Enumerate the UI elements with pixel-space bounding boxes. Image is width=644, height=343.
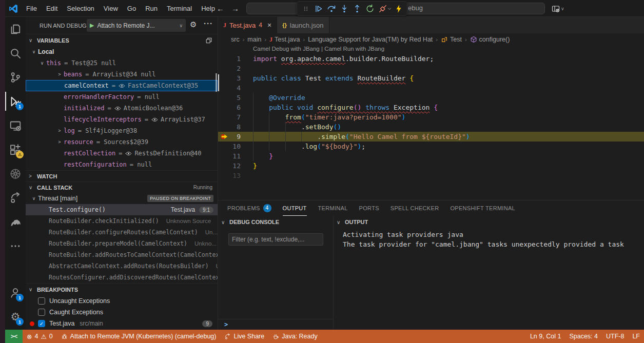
stack-frame-row[interactable]: RouteBuilder.prepareModel(CamelContext)U… xyxy=(26,238,218,249)
breakpoint-row[interactable]: Uncaught Exceptions xyxy=(26,295,218,307)
close-icon[interactable]: × xyxy=(267,21,271,29)
watch-section-header[interactable]: > WATCH xyxy=(26,170,218,181)
search-icon[interactable] xyxy=(5,41,26,65)
files-icon[interactable] xyxy=(5,17,26,41)
breadcrumb-item[interactable]: Language Support for Java(TM) by Red Hat xyxy=(308,36,433,43)
java-status[interactable]: Java: Ready xyxy=(268,330,321,343)
menu-view[interactable]: View xyxy=(99,3,123,15)
remote-explorer-icon[interactable] xyxy=(5,113,26,137)
breadcrumb-item[interactable]: main xyxy=(247,36,261,43)
tab-test-java[interactable]: JTest.java4× xyxy=(218,17,277,33)
eye-icon[interactable] xyxy=(114,105,121,112)
launch-config-picker[interactable]: ▶ Attach to Remote J... ∨ xyxy=(87,19,186,32)
stack-frame-row[interactable]: AbstractCamelContext.addRoutes(RoutesBui… xyxy=(26,260,218,272)
breadcrumb-item[interactable]: Test xyxy=(441,36,462,43)
kubernetes-icon[interactable] xyxy=(5,162,26,186)
stack-frame-row[interactable]: RouteBuilder.addRoutesToCamelContext(Cam… xyxy=(26,249,218,260)
drag-grip-icon[interactable] xyxy=(299,2,312,15)
breakpoints-section-header[interactable]: ∨ BREAKPOINTS xyxy=(26,283,218,295)
breadcrumb-item[interactable]: JTest.java xyxy=(269,36,300,44)
collapse-all-icon[interactable] xyxy=(205,37,212,44)
variables-section-header[interactable]: ∨ VARIABLES xyxy=(26,34,218,46)
chevron-right-icon[interactable]: > xyxy=(55,139,64,145)
breakpoint-checkbox[interactable] xyxy=(38,297,45,305)
gear-icon[interactable]: ⚙ xyxy=(190,20,197,29)
call-stack-section-header[interactable]: ∨ CALL STACK Running xyxy=(26,181,218,193)
chevron-down-icon[interactable]: ∨ xyxy=(38,60,46,66)
stack-frame-row[interactable]: RouteBuilder.checkInitialized()Unknown S… xyxy=(26,215,218,227)
stack-frame-row[interactable]: RoutesConfigurer.addDiscoveredRoutes(Cam… xyxy=(26,272,218,283)
variable-row[interactable]: >resource= Sources$2@39 xyxy=(26,136,218,148)
nav-forward-arrow[interactable]: → xyxy=(231,4,239,13)
chevron-down-icon[interactable]: ∨ xyxy=(561,6,564,11)
eye-icon[interactable] xyxy=(119,83,125,89)
extensions-icon[interactable]: ⚠ xyxy=(5,137,26,162)
variable-row[interactable]: restConfiguration= null xyxy=(26,159,218,170)
variable-row[interactable]: lifecycleInterceptors=ArrayList@37 xyxy=(26,114,218,125)
camel-icon[interactable] xyxy=(5,210,26,234)
panel-tab-openshift-terminal[interactable]: OPENSHIFT TERMINAL xyxy=(450,200,515,216)
chevron-right-icon[interactable]: > xyxy=(55,72,64,77)
start-debug-icon[interactable]: ▶ xyxy=(90,22,94,29)
chevron-down-icon[interactable]: ∨ xyxy=(30,49,38,54)
remote-indicator[interactable]: >< xyxy=(5,330,23,343)
status-utf-8[interactable]: UTF-8 xyxy=(602,330,628,343)
breadcrumb-item[interactable]: configure() xyxy=(470,36,510,43)
run-and-debug-icon[interactable]: 1 xyxy=(5,89,26,113)
chevron-right-icon[interactable]: > xyxy=(55,128,64,133)
codelens-actions[interactable]: Camel Debug with JBang | Camel Run with … xyxy=(218,46,644,54)
panel-tab-output[interactable]: OUTPUT xyxy=(283,200,307,216)
status-lf[interactable]: LF xyxy=(628,330,644,343)
chevron-down-icon[interactable] xyxy=(387,6,392,11)
breakpoint-current-line-icon[interactable] xyxy=(220,132,229,141)
account-icon[interactable]: 1 xyxy=(5,280,26,305)
debug-step-out-icon[interactable] xyxy=(350,2,363,15)
breakpoint-checkbox[interactable]: ✓ xyxy=(38,320,45,327)
debug-continue-icon[interactable] xyxy=(312,2,325,15)
stack-frame-row[interactable]: Test.configure()Test.java9:1 xyxy=(26,204,218,215)
layout-controls[interactable]: ∨ xyxy=(552,0,564,17)
variable-row[interactable]: errorHandlerFactory= null xyxy=(26,91,218,103)
sidebar-scrollbar[interactable] xyxy=(216,73,217,92)
variable-row[interactable]: >log= Slf4jLogger@38 xyxy=(26,125,218,136)
breakpoint-row[interactable]: ✓Test.javasrc/main9 xyxy=(26,318,218,329)
variable-row[interactable]: ∨this= Test@25 null xyxy=(26,57,218,69)
panel-tab-ports[interactable]: PORTS xyxy=(359,200,379,216)
breakpoint-row[interactable]: Caught Exceptions xyxy=(26,307,218,318)
eye-icon[interactable] xyxy=(151,116,158,123)
thread-row[interactable]: ∨ Thread [main] PAUSED ON BREAKPOINT xyxy=(26,193,218,204)
debug-step-into-icon[interactable] xyxy=(338,2,350,15)
menu-terminal[interactable]: Terminal xyxy=(162,3,197,15)
problems-status[interactable]: ⊗ 4 ⚠ 0 xyxy=(23,330,57,343)
customize-layout-icon[interactable] xyxy=(552,5,560,13)
breakpoint-checkbox[interactable] xyxy=(38,309,45,316)
debug-target-status[interactable]: Attach to Remote JVM (Kubernetes) (camel… xyxy=(57,330,221,343)
panel-tab-problems[interactable]: PROBLEMS4 xyxy=(227,200,271,216)
tab-launch-json[interactable]: {}launch.json xyxy=(277,17,329,33)
breadcrumb-item[interactable]: src xyxy=(231,36,240,43)
variable-row[interactable]: initialized=AtomicBoolean@36 xyxy=(26,103,218,114)
status-ln[interactable]: Ln 9, Col 1 xyxy=(526,330,565,343)
code-area[interactable]: 1import org.apache.camel.builder.RouteBu… xyxy=(218,54,644,180)
more-ellipsis-icon[interactable] xyxy=(5,234,26,258)
debug-console-header[interactable]: ∨ DEBUG CONSOLE xyxy=(218,216,333,228)
panel-tab-terminal[interactable]: TERMINAL xyxy=(318,200,348,216)
live-share-status[interactable]: Live Share xyxy=(220,330,268,343)
stack-frame-row[interactable]: RouteBuilder.configureRoutes(CamelContex… xyxy=(26,227,218,238)
debug-console-filter-input[interactable] xyxy=(228,233,323,246)
output-header[interactable]: ∨ OUTPUT xyxy=(334,216,644,228)
sash-indicator[interactable] xyxy=(218,74,219,91)
panel-tab-spell-checker[interactable]: SPELL CHECKER xyxy=(391,200,439,216)
menu-edit[interactable]: Edit xyxy=(42,3,62,15)
settings-gear-icon[interactable]: ⚙1 xyxy=(5,305,26,329)
lightning-icon[interactable] xyxy=(392,2,405,15)
status-spaces[interactable]: Spaces: 4 xyxy=(565,330,602,343)
variable-row[interactable]: camelContext=FastCamelContext@35 xyxy=(26,80,218,91)
more-actions-icon[interactable]: ··· xyxy=(204,19,213,28)
debug-restart-icon[interactable] xyxy=(363,2,376,15)
menu-selection[interactable]: Selection xyxy=(62,3,99,15)
menu-run[interactable]: Run xyxy=(141,3,162,15)
variable-row[interactable]: restCollection=RestsDefinition@40 xyxy=(26,148,218,159)
debug-console-input-row[interactable]: > xyxy=(218,319,333,330)
variable-row[interactable]: ∨Local xyxy=(26,46,218,57)
